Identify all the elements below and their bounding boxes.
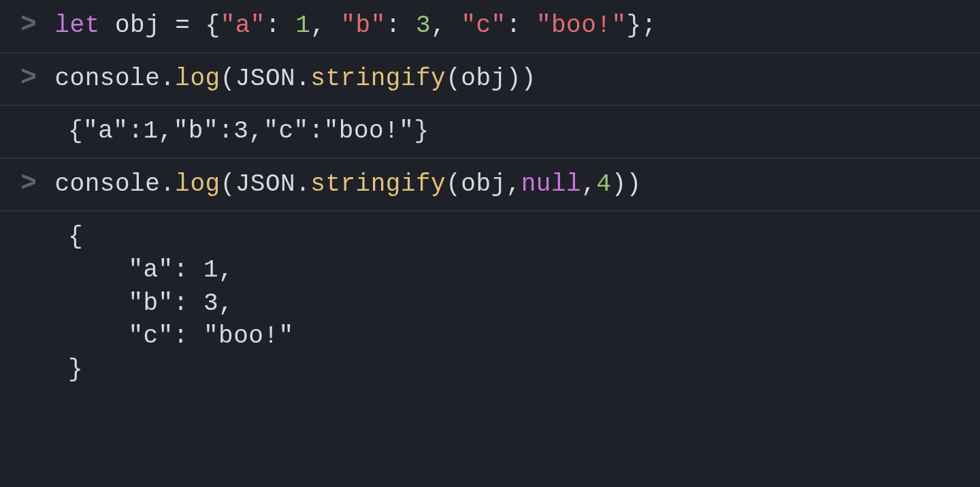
code-token: 3 — [416, 12, 431, 40]
code-token: null — [521, 170, 581, 198]
code-token: obj = { — [100, 12, 220, 40]
code-token: "a" — [220, 12, 265, 40]
code-token: "c" — [461, 12, 506, 40]
console-output-text: {"a":1,"b":3,"c":"boo!"} — [68, 115, 429, 148]
prompt-chevron-icon: > — [20, 10, 37, 41]
code-token: log — [175, 170, 220, 198]
code-token: : — [265, 12, 295, 40]
code-token: , — [581, 170, 596, 198]
code-token: , — [431, 12, 461, 40]
console-panel: > let obj = {"a": 1, "b": 3, "c": "boo!"… — [0, 0, 980, 396]
console-input-code: console.log(JSON.stringify(obj,null,4)) — [55, 168, 642, 202]
console-input-row[interactable]: > console.log(JSON.stringify(obj,null,4)… — [0, 159, 980, 212]
console-output-row: {"a":1,"b":3,"c":"boo!"} — [0, 106, 980, 159]
code-token: , — [310, 12, 340, 40]
code-token: console. — [55, 170, 176, 198]
code-token: stringify — [310, 170, 446, 198]
console-input-code: console.log(JSON.stringify(obj)) — [55, 63, 536, 96]
prompt-chevron-icon: > — [20, 168, 37, 200]
code-token: : — [506, 12, 536, 40]
code-token: 1 — [295, 12, 310, 40]
prompt-chevron-icon: > — [20, 63, 37, 94]
console-input-row[interactable]: > let obj = {"a": 1, "b": 3, "c": "boo!"… — [0, 0, 980, 53]
code-token: )) — [611, 170, 641, 198]
console-output-row: { "a": 1, "b": 3, "c": "boo!" } — [0, 211, 980, 396]
code-token: (JSON. — [220, 170, 311, 198]
code-token: let — [55, 12, 100, 40]
code-token: "b" — [341, 12, 386, 40]
console-input-code: let obj = {"a": 1, "b": 3, "c": "boo!"}; — [55, 10, 657, 43]
code-token: (obj, — [446, 170, 521, 198]
code-token: (JSON. — [220, 65, 311, 93]
code-token: : — [386, 12, 416, 40]
code-token: (obj)) — [446, 65, 536, 93]
code-token: 4 — [596, 170, 611, 198]
code-token: "boo!" — [536, 12, 627, 40]
code-token: stringify — [310, 65, 446, 93]
code-token: console. — [55, 65, 176, 93]
code-token: }; — [627, 12, 657, 40]
console-output-text: { "a": 1, "b": 3, "c": "boo!" } — [68, 221, 294, 386]
console-input-row[interactable]: > console.log(JSON.stringify(obj)) — [0, 53, 980, 106]
code-token: log — [175, 65, 220, 93]
